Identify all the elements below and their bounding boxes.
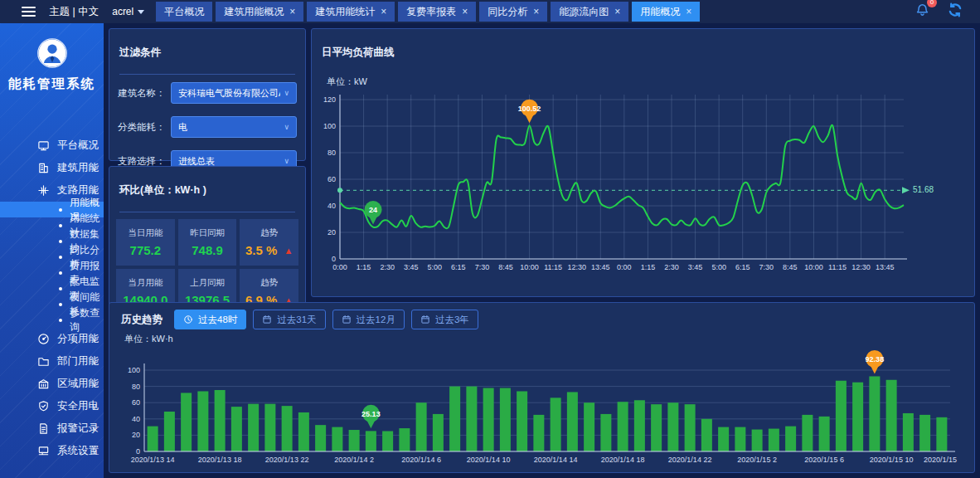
bar[interactable] [551,398,561,451]
theme-language-label[interactable]: 主题 | 中文 [49,5,99,19]
bar[interactable] [231,407,242,451]
bar[interactable] [718,427,729,451]
tab-能源流向图[interactable]: 能源流向图× [551,2,628,22]
svg-text:2020/1/14 2: 2020/1/14 2 [334,456,374,464]
bar[interactable] [332,427,342,451]
bar[interactable] [416,402,427,451]
bar[interactable] [399,428,410,451]
bar[interactable] [148,427,158,451]
svg-text:2020/1/15 2: 2020/1/15 2 [737,456,777,464]
bar[interactable] [919,415,930,451]
bar[interactable] [600,414,611,451]
tab-复费率报表[interactable]: 复费率报表× [398,2,476,22]
bar[interactable] [533,415,544,451]
bar[interactable] [769,429,779,451]
left-column: 过滤条件 建筑名称：安科瑞电气股份有限公司A楼∨分类能耗：电∨支路选择：进线总表… [109,28,306,297]
bar[interactable] [215,390,226,451]
tab-close-icon[interactable]: × [462,7,468,17]
daily-load-line-chart[interactable]: 0:001:152:303:455:006:157:308:4510:0011:… [312,88,955,279]
history-range-button-过去48时[interactable]: 过去48时 [174,310,246,329]
settings-icon [37,445,50,457]
bar[interactable] [651,404,662,451]
bar[interactable] [349,430,360,451]
bar[interactable] [752,430,763,451]
bar[interactable] [869,376,880,451]
history-trend-bar-chart[interactable]: 0204060801002020/1/13 142020/1/13 182020… [109,345,960,471]
user-menu[interactable]: acrel [112,6,144,17]
user-name: acrel [112,6,133,17]
avatar[interactable] [37,38,67,68]
bar[interactable] [936,417,947,451]
sidebar-item-分项用能[interactable]: 分项用能∨ [0,328,104,350]
svg-text:3:45: 3:45 [404,263,419,271]
tab-用能概况[interactable]: 用能概况× [632,2,700,22]
bar[interactable] [466,387,477,451]
svg-text:1:15: 1:15 [357,263,371,271]
tab-label: 平台概况 [164,5,204,19]
hamburger-menu-icon[interactable] [22,7,36,17]
bar[interactable] [735,427,745,451]
sidebar-item-报警记录[interactable]: 报警记录∨ [0,417,104,440]
bar[interactable] [819,417,830,451]
tab-label: 建筑用能统计 [315,5,375,19]
sidebar-nav: 平台概况建筑用能∨支路用能∧用能概况用能统计数据集抄同比分析费用报表配电监测夜间… [0,134,104,462]
bar[interactable] [517,391,527,451]
chevron-down-icon: ∨ [91,358,97,366]
bar[interactable] [685,404,696,451]
chart-marker: 24 [365,201,382,225]
bar[interactable] [315,425,326,451]
bar[interactable] [802,415,813,451]
sidebar-item-建筑用能[interactable]: 建筑用能∨ [0,157,104,179]
filter-select[interactable]: 电∨ [171,116,297,138]
bar[interactable] [500,388,511,451]
bar[interactable] [567,392,578,451]
bar[interactable] [618,402,628,451]
bar[interactable] [382,432,393,452]
bar[interactable] [181,393,192,451]
sidebar-subitem-参数查询[interactable]: 参数查询 [0,312,104,328]
bar[interactable] [836,381,847,451]
bar[interactable] [264,404,275,451]
tab-同比分析[interactable]: 同比分析× [479,2,547,22]
bar[interactable] [433,414,444,451]
sidebar-item-平台概况[interactable]: 平台概况 [0,134,104,157]
tab-建筑用能统计[interactable]: 建筑用能统计× [307,2,395,22]
sidebar-item-label: 平台概况 [57,139,99,153]
tab-close-icon[interactable]: × [289,7,295,17]
tab-建筑用能概况[interactable]: 建筑用能概况× [216,2,303,22]
history-range-button-过去3年[interactable]: 过去3年 [411,310,478,329]
bar[interactable] [197,391,208,451]
tab-close-icon[interactable]: × [614,7,620,17]
bar[interactable] [282,406,293,451]
bar[interactable] [449,387,460,451]
bar[interactable] [785,427,796,451]
bar[interactable] [298,412,309,451]
bar[interactable] [584,402,594,451]
tab-平台概况[interactable]: 平台概况 [156,2,212,22]
tab-close-icon[interactable]: × [533,7,539,17]
svg-text:2020/1/15 6: 2020/1/15 6 [804,456,844,464]
refresh-icon[interactable] [947,2,963,22]
sidebar-item-系统设置[interactable]: 系统设置∨ [0,440,104,462]
bar[interactable] [667,402,678,451]
tab-close-icon[interactable]: × [381,7,386,17]
bar[interactable] [634,400,645,451]
tab-close-icon[interactable]: × [686,7,691,17]
bar[interactable] [164,412,175,451]
history-range-button-过去12月[interactable]: 过去12月 [332,310,405,329]
sidebar-item-安全用电[interactable]: 安全用电∨ [0,395,104,417]
bar[interactable] [248,404,259,451]
alarm-doc-icon [37,422,50,435]
bar[interactable] [852,383,863,451]
history-range-button-过去31天[interactable]: 过去31天 [253,310,325,329]
sidebar-item-部门用能[interactable]: 部门用能∨ [0,350,104,373]
filter-row: 分类能耗：电∨ [118,116,297,138]
sidebar-item-区域用能[interactable]: 区域用能∨ [0,373,104,395]
bar[interactable] [701,419,712,451]
bar[interactable] [483,388,494,451]
bar[interactable] [366,431,376,451]
bar[interactable] [903,413,914,451]
filter-select[interactable]: 安科瑞电气股份有限公司A楼∨ [171,82,297,104]
notification-bell-icon[interactable]: 0 [915,2,930,22]
bar[interactable] [886,380,897,451]
